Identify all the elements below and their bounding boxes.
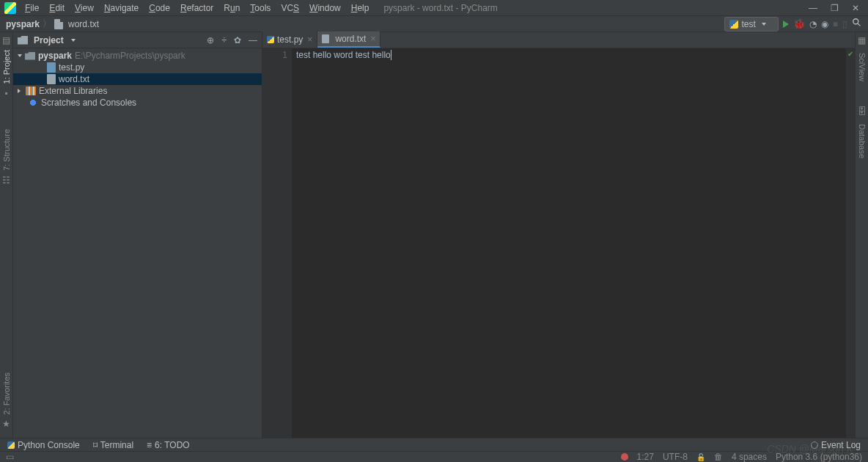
menu-view[interactable]: View xyxy=(70,1,98,15)
tree-external-libraries[interactable]: External Libraries xyxy=(13,85,262,97)
maximize-button[interactable]: ❐ xyxy=(831,3,839,13)
external-label: External Libraries xyxy=(39,86,107,96)
python-icon xyxy=(267,36,274,43)
collapse-icon[interactable]: ÷ xyxy=(221,35,227,45)
menu-file[interactable]: File xyxy=(21,1,43,15)
profile-button[interactable]: ◉ xyxy=(821,19,828,29)
close-button[interactable]: ✕ xyxy=(852,3,859,13)
interpreter-status[interactable]: Python 3.6 (python36) xyxy=(776,452,862,462)
menu-vcs[interactable]: VCS xyxy=(276,1,304,15)
structure-icon[interactable]: ☷ xyxy=(1,175,12,186)
python-icon xyxy=(729,20,738,29)
menu-help[interactable]: Help xyxy=(347,1,374,15)
menu-refactor[interactable]: Refactor xyxy=(176,1,218,15)
svg-line-1 xyxy=(858,23,861,26)
tab-testpy[interactable]: test.py × xyxy=(262,32,317,48)
file-encoding[interactable]: UTF-8 xyxy=(663,452,688,462)
database-icon[interactable]: 🗄 xyxy=(857,106,867,117)
tab-label: word.txt xyxy=(335,34,366,44)
breadcrumb-sep: 〉 xyxy=(43,18,51,30)
text-file-icon xyxy=(47,74,56,84)
tree-file-wordtxt[interactable]: word.txt xyxy=(13,73,262,85)
tree-scratches[interactable]: Scratches and Consoles xyxy=(13,97,262,109)
window-controls: — ❐ ✕ xyxy=(809,3,864,13)
status-message-icon[interactable]: ▭ xyxy=(6,452,14,462)
python-icon xyxy=(7,441,15,449)
terminal-label: Terminal xyxy=(100,440,133,450)
bottom-toolwindow-bar: Python Console ⌑ Terminal ≡ 6: TODO Even… xyxy=(0,438,868,451)
analysis-ok-icon[interactable]: ✔ xyxy=(847,50,853,58)
app-icon xyxy=(4,2,16,14)
stop-button[interactable]: ■ xyxy=(833,19,838,29)
file-label: test.py xyxy=(59,62,84,73)
readonly-lock-icon[interactable]: 🔓 xyxy=(696,453,705,461)
breadcrumb: pyspark 〉 word.txt xyxy=(6,18,99,30)
left-gutter: ▤ 1: Project ▪ 7: Structure ☷ 2: Favorit… xyxy=(0,32,13,438)
event-log-label: Event Log xyxy=(821,440,861,450)
project-header-title[interactable]: Project xyxy=(34,35,64,45)
breadcrumb-file[interactable]: word.txt xyxy=(68,19,99,29)
menu-navigate[interactable]: Navigate xyxy=(100,1,143,15)
chevron-down-icon[interactable] xyxy=(71,39,76,42)
event-log-tab[interactable]: Event Log xyxy=(811,440,861,450)
nav-bar: pyspark 〉 word.txt test 🐞 ◔ ◉ ■ ▯ xyxy=(0,16,868,32)
folder-icon xyxy=(25,52,35,60)
locate-icon[interactable]: ⊕ xyxy=(207,35,214,45)
ide-error-icon[interactable] xyxy=(621,453,628,461)
search-everywhere-button[interactable] xyxy=(852,18,862,30)
close-tab-icon[interactable]: × xyxy=(370,34,375,44)
todo-tab[interactable]: ≡ 6: TODO xyxy=(147,440,190,450)
python-console-tab[interactable]: Python Console xyxy=(7,440,80,450)
debug-button[interactable]: 🐞 xyxy=(793,18,805,29)
window-title: pyspark - word.txt - PyCharm xyxy=(383,3,497,13)
indent-status[interactable]: 4 spaces xyxy=(732,452,767,462)
text-line: test hello word test hello xyxy=(296,50,391,60)
coverage-button[interactable]: ◔ xyxy=(809,19,817,29)
terminal-icon: ⌑ xyxy=(93,440,98,450)
text-file-icon xyxy=(322,34,329,43)
close-tab-icon[interactable]: × xyxy=(307,34,312,45)
sciview-tool-tab[interactable]: SciView xyxy=(858,53,867,81)
tree-file-testpy[interactable]: test.py xyxy=(13,62,262,73)
main-menu: File Edit View Navigate Code Refactor Ru… xyxy=(21,1,373,15)
folder-icon[interactable]: ▪ xyxy=(1,88,12,98)
scratch-label: Scratches and Consoles xyxy=(41,98,136,108)
tab-wordtxt[interactable]: word.txt × xyxy=(317,32,380,48)
memory-icon[interactable]: 🗑 xyxy=(714,452,723,462)
editor[interactable]: 1 test hello word test hello ✔ xyxy=(262,48,855,438)
minimize-button[interactable]: — xyxy=(809,3,817,13)
file-label: word.txt xyxy=(59,74,89,84)
menu-run[interactable]: Run xyxy=(219,1,244,15)
expand-arrow-icon[interactable] xyxy=(18,54,22,57)
project-tool-tab[interactable]: 1: Project xyxy=(2,50,11,84)
python-console-label: Python Console xyxy=(18,440,80,450)
chevron-down-icon xyxy=(762,23,766,26)
terminal-tab[interactable]: ⌑ Terminal xyxy=(93,440,133,450)
breadcrumb-project[interactable]: pyspark xyxy=(6,19,40,29)
todo-icon: ≡ xyxy=(147,440,152,450)
run-button[interactable] xyxy=(783,21,789,28)
svg-point-0 xyxy=(853,19,858,24)
menu-edit[interactable]: Edit xyxy=(45,1,69,15)
hide-icon[interactable]: — xyxy=(249,35,257,45)
project-tool-icon[interactable]: ▤ xyxy=(1,35,12,45)
star-icon[interactable]: ★ xyxy=(1,419,12,429)
menu-code[interactable]: Code xyxy=(144,1,174,15)
structure-tool-tab[interactable]: 7: Structure xyxy=(2,129,11,171)
run-config-selector[interactable]: test xyxy=(724,17,778,32)
libraries-icon xyxy=(26,87,36,95)
editor-content[interactable]: test hello word test hello xyxy=(292,48,855,438)
database-tool-tab[interactable]: Database xyxy=(858,124,867,158)
python-file-icon xyxy=(47,62,56,73)
run-config-name: test xyxy=(741,19,755,29)
favorites-tool-tab[interactable]: 2: Favorites xyxy=(2,373,11,414)
tree-project-root[interactable]: pyspark E:\PycharmProjects\pyspark xyxy=(13,50,262,62)
menu-window[interactable]: Window xyxy=(305,1,345,15)
settings-icon[interactable]: ✿ xyxy=(234,35,241,45)
todo-label: 6: TODO xyxy=(155,440,190,450)
expand-arrow-icon[interactable] xyxy=(18,89,23,93)
editor-area: test.py × word.txt × 1 test hello word t… xyxy=(262,32,855,438)
caret-position[interactable]: 1:27 xyxy=(637,452,654,462)
grid-icon[interactable]: ▦ xyxy=(857,35,867,45)
menu-tools[interactable]: Tools xyxy=(246,1,275,15)
